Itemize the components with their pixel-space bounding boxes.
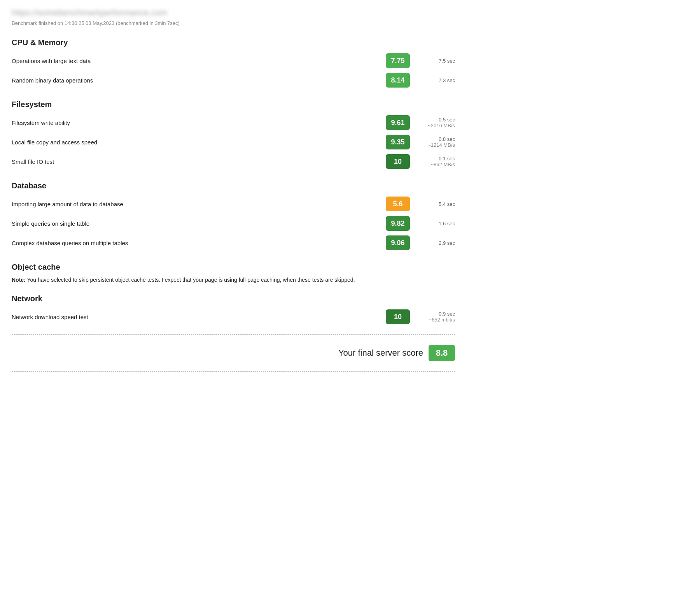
benchmark-label: Network download speed test bbox=[12, 314, 386, 320]
section-title-network: Network bbox=[12, 294, 455, 303]
benchmark-label: Random binary data operations bbox=[12, 77, 386, 84]
speed-value: ~862 MB/s bbox=[416, 162, 455, 167]
score-badge: 9.61 bbox=[386, 115, 410, 130]
section-title-object-cache: Object cache bbox=[12, 263, 455, 272]
score-badge: 10 bbox=[386, 154, 410, 169]
score-badge: 5.6 bbox=[386, 197, 410, 211]
benchmark-row: Random binary data operations8.147.3 sec bbox=[12, 70, 455, 90]
benchmark-label: Operations with large text data bbox=[12, 58, 386, 64]
meta-info: 0.5 sec~2016 MB/s bbox=[416, 117, 455, 128]
benchmark-row: Complex database queries on multiple tab… bbox=[12, 233, 455, 253]
benchmark-info: Benchmark finished on 14:30:25 03.May.20… bbox=[12, 20, 455, 26]
benchmark-row: Network download speed test100.9 sec~652… bbox=[12, 307, 455, 327]
final-score-row: Your final server score 8.8 bbox=[12, 339, 455, 367]
url-display: https://somebenchmarkperformance.com bbox=[12, 8, 455, 18]
benchmark-label: Local file copy and access speed bbox=[12, 139, 386, 146]
score-badge: 9.06 bbox=[386, 235, 410, 250]
time-value: 5.4 sec bbox=[416, 201, 455, 207]
final-score-label: Your final server score bbox=[338, 348, 423, 358]
time-value: 7.5 sec bbox=[416, 58, 455, 64]
time-value: 0.1 sec bbox=[416, 156, 455, 162]
score-badge: 9.82 bbox=[386, 216, 410, 231]
section-title-cpu-memory: CPU & Memory bbox=[12, 38, 455, 47]
section-title-filesystem: Filesystem bbox=[12, 100, 455, 109]
meta-info: 0.8 sec~1214 MB/s bbox=[416, 136, 455, 148]
meta-info: 0.9 sec~652 mbit/s bbox=[416, 311, 455, 323]
score-badge: 8.14 bbox=[386, 73, 410, 88]
score-badge: 10 bbox=[386, 309, 410, 324]
benchmark-row: Small file IO test100.1 sec~862 MB/s bbox=[12, 152, 455, 171]
time-value: 2.9 sec bbox=[416, 240, 455, 246]
meta-info: 0.1 sec~862 MB/s bbox=[416, 156, 455, 167]
section-note-object-cache: Note: You have selected to skip persiste… bbox=[12, 276, 455, 284]
benchmark-label: Importing large amount of data to databa… bbox=[12, 201, 386, 207]
meta-info: 7.5 sec bbox=[416, 58, 455, 64]
section-title-database: Database bbox=[12, 181, 455, 190]
bottom-divider-1 bbox=[12, 334, 455, 335]
bottom-divider-2 bbox=[12, 371, 455, 372]
speed-value: ~652 mbit/s bbox=[416, 317, 455, 323]
benchmark-row: Importing large amount of data to databa… bbox=[12, 194, 455, 214]
speed-value: ~2016 MB/s bbox=[416, 123, 455, 128]
score-badge: 7.75 bbox=[386, 53, 410, 68]
benchmark-label: Small file IO test bbox=[12, 158, 386, 165]
benchmark-row: Operations with large text data7.757.5 s… bbox=[12, 51, 455, 70]
meta-info: 5.4 sec bbox=[416, 201, 455, 207]
benchmark-row: Simple queries on single table9.821.6 se… bbox=[12, 214, 455, 233]
score-badge: 9.35 bbox=[386, 135, 410, 149]
time-value: 1.6 sec bbox=[416, 221, 455, 227]
meta-info: 1.6 sec bbox=[416, 221, 455, 227]
benchmark-row: Filesystem write ability9.610.5 sec~2016… bbox=[12, 113, 455, 132]
benchmark-label: Complex database queries on multiple tab… bbox=[12, 240, 386, 246]
benchmark-label: Simple queries on single table bbox=[12, 220, 386, 227]
time-value: 0.8 sec bbox=[416, 136, 455, 142]
time-value: 0.5 sec bbox=[416, 117, 455, 123]
top-divider bbox=[12, 31, 455, 31]
benchmark-row: Local file copy and access speed9.350.8 … bbox=[12, 132, 455, 152]
meta-info: 2.9 sec bbox=[416, 240, 455, 246]
speed-value: ~1214 MB/s bbox=[416, 142, 455, 148]
meta-info: 7.3 sec bbox=[416, 77, 455, 83]
time-value: 0.9 sec bbox=[416, 311, 455, 317]
final-score-badge: 8.8 bbox=[429, 345, 455, 361]
benchmark-label: Filesystem write ability bbox=[12, 119, 386, 126]
time-value: 7.3 sec bbox=[416, 77, 455, 83]
